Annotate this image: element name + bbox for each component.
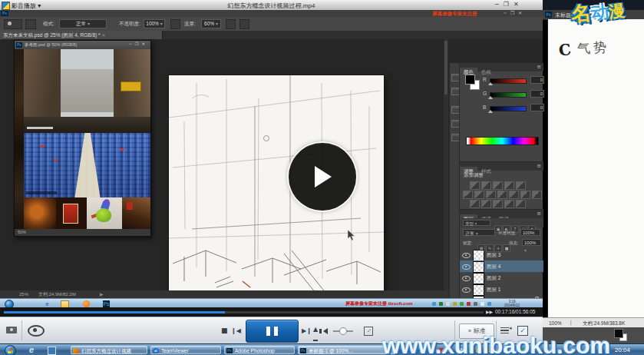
eye-icon xyxy=(462,253,471,258)
panel-icon-strip xyxy=(449,63,460,320)
ie-icon: e xyxy=(44,300,51,307)
layer-row-selected: 图层 4 xyxy=(460,260,543,272)
eye-protect-button[interactable] xyxy=(28,325,45,337)
pressure-size-icon xyxy=(239,19,249,29)
reference-window: Ps 参考图.psd @ 50% (RGB/8) ─❐✕ 50% xyxy=(14,40,151,237)
next-button[interactable]: ▶❙ xyxy=(302,317,312,344)
layer-opacity-value: 100% ▾ xyxy=(520,229,540,236)
video-surface[interactable]: Ps 文件(F)编辑(E)图像(I)图层(L)文字(Y)选择(S)滤镜(T)视图… xyxy=(0,10,543,307)
tab-close-icon: × xyxy=(101,32,105,38)
layer-thumbnail xyxy=(473,261,484,273)
taskbar-clock[interactable]: 20:04 xyxy=(615,347,630,353)
volume-knob[interactable] xyxy=(339,327,347,335)
tray-icon xyxy=(487,302,491,306)
adjustment-icon xyxy=(532,191,542,199)
photoshop-icon: Ps xyxy=(226,348,233,354)
recorded-work-area: Ps 参考图.psd @ 50% (RGB/8) ─❐✕ 50% xyxy=(0,39,449,290)
airbrush-icon xyxy=(226,19,236,29)
reference-photo-night-shop xyxy=(24,197,56,229)
status-arrow-icon: ▶ xyxy=(100,290,104,298)
divider xyxy=(21,320,22,340)
reference-photo-blue-city xyxy=(24,133,150,197)
photoshop-taskbar-icon: Ps xyxy=(103,300,110,307)
eye-icon xyxy=(462,287,471,293)
tray-icon xyxy=(453,302,457,306)
taskbar-button-untitled[interactable]: Ps未标题-1 @ 100%… xyxy=(298,346,396,354)
fullscreen-button[interactable] xyxy=(364,327,373,336)
sketch-annotation: 气势 xyxy=(576,38,610,58)
play-button-overlay[interactable] xyxy=(289,143,356,211)
teamviewer-icon: ⇄ xyxy=(153,348,159,354)
chevron-down-icon: ▾ xyxy=(88,21,90,26)
reference-window-controls: ─❐✕ xyxy=(129,41,148,46)
green-slider-knob xyxy=(488,96,493,99)
layer-thumbnail xyxy=(473,250,484,261)
taskbar-button-teamviewer[interactable]: ⇄TeamViewer xyxy=(150,346,221,354)
add-adjustment-label: 添加调整 xyxy=(464,172,484,179)
volume-icon[interactable] xyxy=(323,328,328,334)
previous-button[interactable]: ❙◀ xyxy=(231,317,241,344)
tray-icon xyxy=(474,302,477,306)
start-button[interactable] xyxy=(5,345,16,355)
adjustment-icon xyxy=(516,200,526,208)
host-canvas[interactable]: C 气势 xyxy=(547,19,644,317)
pinned-app-icon[interactable] xyxy=(48,347,56,355)
brush-preset-icon xyxy=(4,19,22,29)
windows-flag-icon xyxy=(8,348,13,353)
tray-icon xyxy=(432,302,436,306)
site-watermark: www.xunibaoku.com xyxy=(382,333,610,355)
color-panel-tabs: 颜色色板 ≡ xyxy=(460,63,543,71)
flow-label: 流量: xyxy=(184,21,196,28)
player-titlebar[interactable]: 影音播放 ▾ 幻想东方概念设计视频过程.mp4 ─❐✕ xyxy=(0,0,543,11)
chevron-down-icon: ▾ xyxy=(160,21,163,26)
minimize-icon: ─ xyxy=(495,1,504,8)
stop-button[interactable]: ■ xyxy=(221,317,228,344)
seek-progress xyxy=(4,311,225,314)
video-title: 幻想东方概念设计视频过程.mp4 xyxy=(0,2,543,10)
panel-menu-icon: ≡ xyxy=(537,64,541,70)
panel-toggle-icon xyxy=(25,19,36,29)
eject-button[interactable]: ▲ xyxy=(313,320,318,341)
ie-taskbar-icon[interactable]: e xyxy=(29,345,34,354)
canvas-scrollbar xyxy=(444,39,448,290)
recorder-watermark-text: 屏幕录像专家未注册 tlxsoft.com xyxy=(345,300,413,307)
taskbar-button-photoshop[interactable]: PsAdobe Photoshop xyxy=(224,346,295,354)
pause-button[interactable] xyxy=(246,320,299,343)
adjustment-icon xyxy=(504,200,514,208)
flow-select: 60% ▾ xyxy=(201,19,221,28)
layer-thumbnail xyxy=(473,284,484,296)
adjustment-icon xyxy=(481,200,491,208)
pressure-opacity-icon xyxy=(170,19,180,29)
foreground-color-swatch[interactable] xyxy=(614,329,623,338)
photoshop-icon: Ps xyxy=(545,12,552,18)
close-icon: ✕ xyxy=(514,1,523,8)
eye-icon xyxy=(462,276,471,281)
color-panel: 颜色色板 ≡ R 0 G 0 xyxy=(460,63,543,161)
layer-blend-select: 正常 ▾ xyxy=(463,229,495,236)
screen: 影音播放 ▾ 幻想东方概念设计视频过程.mp4 ─❐✕ Ps 文件(F)编辑(E… xyxy=(0,0,644,355)
reference-photo-street xyxy=(24,49,150,133)
reference-zoom-level: 50% xyxy=(15,229,150,236)
tray-icon xyxy=(439,302,443,306)
panel-menu-icon: ≡ xyxy=(537,211,541,217)
panel-menu-icon: ≡ xyxy=(537,163,541,169)
close-icon: ✕ xyxy=(518,10,526,15)
taskbar-button-video[interactable]: 幻想东方概念设计视频 xyxy=(71,346,147,354)
blend-row: 正常 ▾ 不透明度: 100% ▾ xyxy=(460,227,543,237)
reference-photo-edge xyxy=(15,49,24,229)
mouse-cursor xyxy=(348,230,356,241)
reference-window-titlebar: Ps 参考图.psd @ 50% (RGB/8) ─❐✕ xyxy=(15,41,150,49)
recorded-clock: 3:192014/6/12 xyxy=(504,300,520,307)
blue-slider xyxy=(490,106,527,111)
player-window-controls[interactable]: ─❐✕ xyxy=(495,1,523,8)
tab-swatches: 色板 xyxy=(477,68,495,76)
opacity-select: 100% ▾ xyxy=(144,19,165,28)
color-spectrum-ramp xyxy=(466,137,539,145)
snapshot-button[interactable] xyxy=(6,327,17,333)
fast-forward-icon[interactable]: ▶▶ xyxy=(486,309,493,314)
green-value: 0 xyxy=(530,90,544,98)
seek-bar[interactable] xyxy=(4,311,484,314)
reference-photo-toy xyxy=(87,197,122,229)
recorded-status-bar: 25% 文档:24.9M/82.2M ▶ xyxy=(0,290,449,298)
minimize-icon: ─ xyxy=(504,10,510,15)
